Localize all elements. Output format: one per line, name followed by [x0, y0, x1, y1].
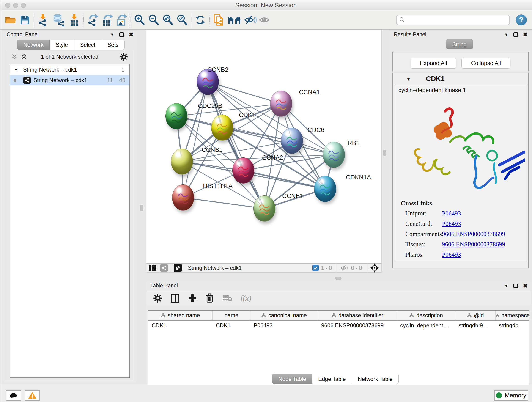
crosslink-link[interactable]: P06493: [442, 220, 461, 227]
refresh-button[interactable]: [193, 13, 207, 27]
table-row[interactable]: CDK1CDK1P064939606.ENSP00000378699cyclin…: [148, 321, 529, 330]
zoom-out-button[interactable]: [146, 13, 161, 27]
cell-description[interactable]: cyclin–dependent ...: [397, 321, 456, 330]
column-header-canonical-name[interactable]: canonical name: [250, 311, 318, 320]
right-splitter-handle[interactable]: [383, 150, 386, 156]
gear-icon[interactable]: [120, 53, 128, 61]
collapse-all-button[interactable]: Collapse All: [462, 57, 510, 69]
panel-float-icon[interactable]: [513, 32, 518, 37]
zoom-selected-button[interactable]: [175, 13, 189, 27]
network-collection-row[interactable]: ▼ String Network – cdk1 1: [10, 64, 129, 75]
panel-close-icon[interactable]: ✖: [523, 32, 528, 37]
edge-HIST1H1A-CCNB2[interactable]: [183, 82, 208, 198]
tab-edge-table[interactable]: Edge Table: [312, 374, 352, 384]
tab-style[interactable]: Style: [50, 40, 74, 50]
protein-art-RB1: [327, 147, 341, 163]
edge-CCNB2-CCNA1[interactable]: [208, 82, 281, 104]
gene-collapse-triangle-icon[interactable]: ▼: [406, 76, 411, 82]
import-network-from-database-button[interactable]: [50, 13, 67, 27]
edge-CCNA2-CDKN1A[interactable]: [243, 171, 325, 189]
table-options-gear-icon[interactable]: [153, 294, 162, 303]
first-neighbors-button[interactable]: [226, 13, 243, 27]
tab-node-table[interactable]: Node Table: [272, 374, 312, 384]
panel-float-icon[interactable]: [513, 283, 518, 288]
crosslink-link[interactable]: 9606.ENSP00000378699: [442, 230, 505, 238]
tab-sets[interactable]: Sets: [101, 40, 125, 50]
column-header-description[interactable]: description: [397, 311, 456, 320]
zoom-fit-button[interactable]: [161, 13, 175, 27]
tab-network-table[interactable]: Network Table: [352, 374, 399, 384]
crosslink-link[interactable]: 9606.ENSP00000378699: [442, 241, 505, 248]
panel-menu-icon[interactable]: ▼: [110, 32, 114, 37]
column-header-@id[interactable]: @id: [456, 311, 496, 320]
collection-expand-triangle-icon[interactable]: ▼: [14, 67, 18, 72]
save-session-button[interactable]: [18, 13, 32, 27]
toolbar-separator: [209, 13, 210, 27]
cell-shared-name[interactable]: CDK1: [148, 321, 213, 330]
show-all-button[interactable]: [257, 13, 272, 27]
cell-database-identifier[interactable]: 9606.ENSP00000378699: [318, 321, 397, 330]
network-selection-status: 1 of 1 Network selected: [7, 54, 132, 60]
column-header-database-identifier[interactable]: database identifier: [318, 311, 397, 320]
crosslink-link[interactable]: P06493: [442, 210, 461, 217]
column-header-name[interactable]: name: [213, 311, 250, 320]
panel-float-icon[interactable]: [119, 32, 124, 37]
node-CCNA2[interactable]: [232, 157, 254, 184]
import-network-button[interactable]: [36, 13, 50, 27]
open-session-button[interactable]: [3, 13, 18, 27]
column-header-shared-name[interactable]: shared name: [148, 311, 213, 320]
tab-network[interactable]: Network: [17, 40, 50, 50]
expand-all-button[interactable]: Expand All: [411, 57, 456, 69]
tab-select[interactable]: Select: [74, 40, 101, 50]
node-CCNE1[interactable]: [253, 196, 275, 222]
export-image-button[interactable]: [114, 13, 128, 27]
crosslink-label: GeneCard:: [405, 220, 432, 227]
cell-canonical-name[interactable]: P06493: [250, 321, 318, 330]
grid-view-icon[interactable]: [149, 264, 157, 272]
cell-@id[interactable]: stringdb:9...: [456, 321, 496, 330]
tab-string[interactable]: String: [446, 39, 473, 49]
add-column-plus-icon[interactable]: [188, 294, 197, 303]
node-HIST1H1A[interactable]: [172, 185, 194, 211]
detach-view-icon[interactable]: [174, 264, 182, 272]
panel-close-icon[interactable]: ✖: [523, 283, 528, 288]
left-splitter-handle[interactable]: [140, 205, 143, 211]
node-CDKN1A[interactable]: [314, 176, 336, 202]
toolbar-separator: [34, 13, 34, 27]
import-table-button[interactable]: [67, 13, 81, 27]
birds-eye-view-icon[interactable]: [370, 263, 379, 273]
warnings-button[interactable]: [25, 390, 40, 401]
selected-checkbox-icon[interactable]: [312, 265, 319, 271]
gene-header[interactable]: ▼ CDK1: [393, 73, 528, 85]
column-header-namespace[interactable]: namespace: [496, 311, 530, 320]
node-CDK1[interactable]: [211, 115, 233, 141]
delete-column-trash-icon[interactable]: [205, 293, 214, 303]
zoom-in-button[interactable]: [132, 13, 146, 27]
search-input[interactable]: [405, 17, 507, 23]
edge-HIST1H1A-CCNE1[interactable]: [183, 198, 264, 209]
help-button[interactable]: ?: [516, 14, 527, 26]
horizontal-splitter-handle[interactable]: [335, 277, 341, 280]
node-CCNA1[interactable]: [270, 90, 292, 117]
toolbar-search[interactable]: [396, 15, 510, 25]
node-CDC6[interactable]: [281, 128, 303, 154]
hide-selected-button[interactable]: [243, 13, 257, 27]
cell-name[interactable]: CDK1: [213, 321, 250, 330]
panel-menu-icon[interactable]: ▼: [504, 283, 508, 288]
show-columns-icon[interactable]: [171, 293, 180, 303]
cloud-status-button[interactable]: [6, 390, 21, 401]
node-CCNB1[interactable]: [171, 148, 193, 175]
export-network-button[interactable]: [85, 13, 100, 27]
cell-namespace[interactable]: stringdb: [496, 321, 530, 330]
network-row-selected[interactable]: String Network – cdk1 11 48: [10, 75, 129, 85]
panel-close-icon[interactable]: ✖: [129, 32, 133, 37]
network-canvas[interactable]: CCNB2CCNA1CDC25BCDK1CDC6RB1CCNB1CCNA2CDK…: [146, 30, 382, 263]
memory-button[interactable]: Memory: [494, 390, 528, 401]
node-CDC25B[interactable]: [165, 103, 187, 129]
export-table-button[interactable]: [100, 13, 114, 27]
node-RB1[interactable]: [323, 142, 345, 168]
panel-menu-icon[interactable]: ▼: [504, 32, 508, 37]
clone-network-button[interactable]: [211, 13, 226, 27]
crosslink-link[interactable]: P06493: [442, 251, 461, 258]
string-network-icon[interactable]: [160, 264, 168, 272]
